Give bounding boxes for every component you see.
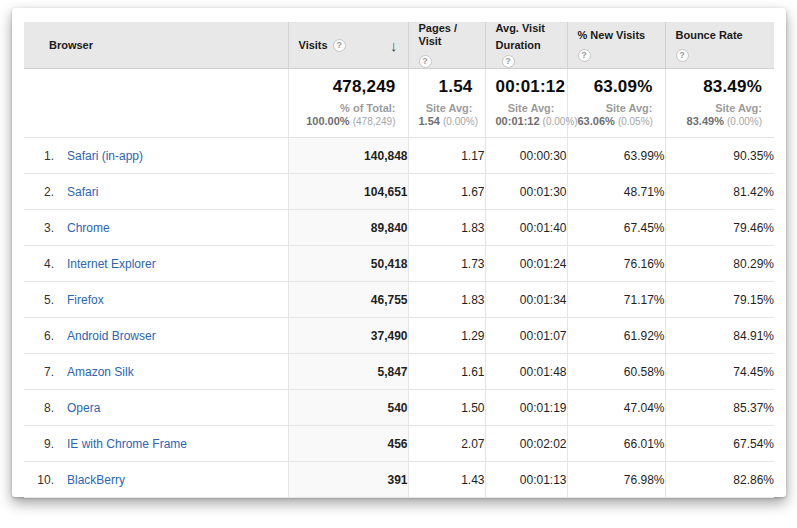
help-icon[interactable]: ? [419, 55, 432, 68]
visits-value: 140,848 [288, 138, 408, 174]
column-header-visits-label: Visits [299, 39, 328, 52]
row-rank: 3. [24, 221, 54, 235]
avg-visit-duration-value: 00:01:13 [485, 462, 567, 498]
pages-per-visit-value: 1.50 [408, 390, 485, 426]
browser-link[interactable]: Chrome [67, 221, 110, 235]
pages-per-visit-value: 1.17 [408, 138, 485, 174]
browser-link[interactable]: Amazon Silk [67, 365, 134, 379]
summary-avg-visit-duration-cell: 00:01:12 Site Avg: 00:01:12 (0.00%) [485, 69, 567, 138]
avg-visit-duration-value: 00:01:48 [485, 354, 567, 390]
browser-link[interactable]: BlackBerry [67, 473, 125, 487]
pages-per-visit-value: 1.29 [408, 318, 485, 354]
visits-value: 104,651 [288, 174, 408, 210]
row-rank: 7. [24, 365, 54, 379]
summary-avg-visit-duration-avg: 00:01:12 [496, 115, 540, 127]
bounce-rate-value: 82.86% [665, 462, 774, 498]
pct-new-visits-value: 60.58% [567, 354, 665, 390]
table-row: 8.Opera 540 1.50 00:01:19 47.04% 85.37% [24, 390, 774, 426]
table-row: 5.Firefox 46,755 1.83 00:01:34 71.17% 79… [24, 282, 774, 318]
browser-link[interactable]: Internet Explorer [67, 257, 156, 271]
column-header-pages-per-visit-label: Pages / Visit [419, 22, 475, 48]
row-rank: 1. [24, 149, 54, 163]
pct-new-visits-value: 76.98% [567, 462, 665, 498]
summary-avg-visit-duration-paren: (0.00%) [543, 116, 578, 127]
table-row: 9.IE with Chrome Frame 456 2.07 00:02:02… [24, 426, 774, 462]
summary-bounce-rate-cell: 83.49% Site Avg: 83.49% (0.00%) [665, 69, 774, 138]
pages-per-visit-value: 2.07 [408, 426, 485, 462]
summary-row: 478,249 % of Total: 100.00% (478,249) 1.… [24, 69, 774, 138]
row-rank: 4. [24, 257, 54, 271]
table-row: 6.Android Browser 37,490 1.29 00:01:07 6… [24, 318, 774, 354]
column-header-pages-per-visit[interactable]: Pages / Visit ? [408, 22, 485, 69]
row-rank: 10. [24, 473, 54, 487]
row-rank: 9. [24, 437, 54, 451]
visits-value: 46,755 [288, 282, 408, 318]
column-header-avg-visit-duration-label-line1: Avg. Visit [496, 22, 557, 35]
pct-new-visits-value: 71.17% [567, 282, 665, 318]
table-row: 10.BlackBerry 391 1.43 00:01:13 76.98% 8… [24, 462, 774, 498]
column-header-browser[interactable]: Browser [24, 22, 288, 69]
pct-new-visits-value: 61.92% [567, 318, 665, 354]
pct-new-visits-value: 67.45% [567, 210, 665, 246]
pages-per-visit-value: 1.67 [408, 174, 485, 210]
visits-value: 5,847 [288, 354, 408, 390]
help-icon[interactable]: ? [333, 39, 346, 52]
visits-value: 37,490 [288, 318, 408, 354]
visits-value: 50,418 [288, 246, 408, 282]
table-row: 3.Chrome 89,840 1.83 00:01:40 67.45% 79.… [24, 210, 774, 246]
summary-bounce-rate-total: 83.49% [676, 77, 763, 97]
table-row: 1.Safari (in-app) 140,848 1.17 00:00:30 … [24, 138, 774, 174]
column-header-bounce-rate-label: Bounce Rate [676, 29, 765, 42]
browser-link[interactable]: Safari [67, 185, 98, 199]
pct-new-visits-value: 76.16% [567, 246, 665, 282]
help-icon[interactable]: ? [502, 55, 515, 68]
bounce-rate-value: 74.45% [665, 354, 774, 390]
column-header-visits[interactable]: Visits ? ↓ [288, 22, 408, 69]
pct-new-visits-value: 66.01% [567, 426, 665, 462]
bounce-rate-value: 79.15% [665, 282, 774, 318]
column-header-pct-new-visits[interactable]: % New Visits ? [567, 22, 665, 69]
bounce-rate-value: 90.35% [665, 138, 774, 174]
bounce-rate-value: 67.54% [665, 426, 774, 462]
summary-pages-per-visit-avg: 1.54 [419, 115, 440, 127]
row-rank: 8. [24, 401, 54, 415]
column-header-avg-visit-duration-label-line2: Duration [496, 39, 541, 51]
summary-pct-new-visits-sub-label: Site Avg: [578, 102, 653, 115]
help-icon[interactable]: ? [676, 49, 689, 62]
browser-link[interactable]: IE with Chrome Frame [67, 437, 187, 451]
table-row: 4.Internet Explorer 50,418 1.73 00:01:24… [24, 246, 774, 282]
browser-link[interactable]: Android Browser [67, 329, 156, 343]
column-header-bounce-rate[interactable]: Bounce Rate ? [665, 22, 774, 69]
visits-value: 456 [288, 426, 408, 462]
summary-pages-per-visit-total: 1.54 [419, 77, 473, 97]
bounce-rate-value: 80.29% [665, 246, 774, 282]
bounce-rate-value: 79.46% [665, 210, 774, 246]
summary-pages-per-visit-cell: 1.54 Site Avg: 1.54 (0.00%) [408, 69, 485, 138]
summary-bounce-rate-avg: 83.49% [687, 115, 724, 127]
summary-visits-sub-label: % of Total: [299, 102, 396, 115]
table-row: 7.Amazon Silk 5,847 1.61 00:01:48 60.58%… [24, 354, 774, 390]
pct-new-visits-value: 47.04% [567, 390, 665, 426]
analytics-table-panel: Browser Visits ? ↓ Pages / Visit ? Avg. … [12, 8, 786, 497]
column-header-avg-visit-duration[interactable]: Avg. Visit Duration? [485, 22, 567, 69]
browser-link[interactable]: Safari (in-app) [67, 149, 143, 163]
summary-browser-cell [24, 69, 288, 138]
summary-pct-new-visits-cell: 63.09% Site Avg: 63.06% (0.05%) [567, 69, 665, 138]
visits-value: 391 [288, 462, 408, 498]
bounce-rate-value: 84.91% [665, 318, 774, 354]
pages-per-visit-value: 1.43 [408, 462, 485, 498]
sort-descending-icon[interactable]: ↓ [390, 39, 398, 52]
help-icon[interactable]: ? [578, 49, 591, 62]
avg-visit-duration-value: 00:01:34 [485, 282, 567, 318]
column-header-browser-label: Browser [49, 39, 93, 51]
browser-link[interactable]: Opera [67, 401, 100, 415]
browser-link[interactable]: Firefox [67, 293, 104, 307]
bounce-rate-value: 85.37% [665, 390, 774, 426]
visits-value: 540 [288, 390, 408, 426]
summary-bounce-rate-paren: (0.00%) [727, 116, 762, 127]
browsers-table: Browser Visits ? ↓ Pages / Visit ? Avg. … [24, 22, 774, 498]
summary-avg-visit-duration-total: 00:01:12 [496, 77, 555, 97]
avg-visit-duration-value: 00:01:19 [485, 390, 567, 426]
summary-visits-cell: 478,249 % of Total: 100.00% (478,249) [288, 69, 408, 138]
table-row: 2.Safari 104,651 1.67 00:01:30 48.71% 81… [24, 174, 774, 210]
